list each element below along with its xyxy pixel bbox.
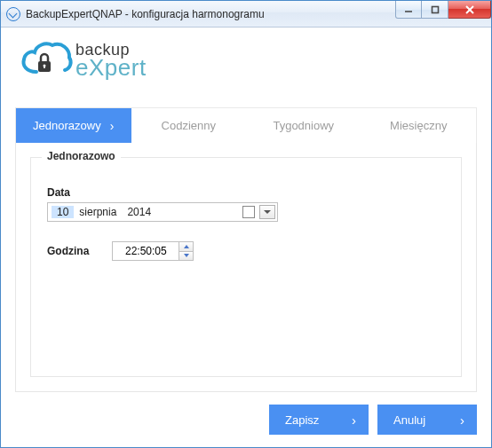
date-day[interactable]: 10 — [52, 206, 74, 218]
logo-line2: eXpert — [75, 56, 147, 79]
date-year[interactable]: 2014 — [122, 206, 156, 218]
chevron-right-icon: › — [460, 413, 464, 428]
minimize-icon — [404, 5, 413, 14]
app-icon — [6, 7, 20, 21]
time-picker[interactable]: 22:50:05 — [112, 241, 194, 261]
time-spinner — [179, 242, 193, 260]
date-month[interactable]: sierpnia — [74, 206, 122, 218]
app-window: BackupExpertQNAP - konfiguracja harmonog… — [0, 0, 492, 448]
tab-monthly[interactable]: Miesięczny — [361, 108, 477, 143]
footer-buttons: Zapisz › Anuluj › — [15, 392, 477, 435]
window-controls — [395, 1, 491, 19]
content-area: backup eXpert Jednorazowy › Codzienny Ty… — [1, 28, 491, 447]
logo-text: backup eXpert — [75, 42, 147, 79]
maximize-button[interactable] — [422, 1, 448, 19]
tab-panel: Jednorazowo Data 10 sierpnia 2014 Godzin… — [15, 143, 477, 392]
minimize-button[interactable] — [395, 1, 422, 19]
save-button[interactable]: Zapisz › — [269, 405, 369, 435]
tab-weekly[interactable]: Tygodniowy — [246, 108, 361, 143]
calendar-dropdown-icon[interactable] — [259, 205, 275, 219]
cloud-lock-icon — [19, 40, 74, 79]
chevron-right-icon: › — [352, 413, 356, 428]
tab-one-time[interactable]: Jednorazowy › — [16, 108, 131, 143]
save-button-label: Zapisz — [285, 413, 319, 427]
tab-daily[interactable]: Codzienny — [131, 108, 247, 143]
chevron-right-icon: › — [110, 119, 115, 133]
close-icon — [464, 4, 475, 15]
group-title: Jednorazowo — [42, 150, 121, 162]
close-button[interactable] — [448, 1, 491, 19]
maximize-icon — [431, 5, 440, 14]
one-time-group: Jednorazowo Data 10 sierpnia 2014 Godzin… — [30, 157, 462, 377]
svg-rect-6 — [44, 66, 45, 68]
titlebar[interactable]: BackupExpertQNAP - konfiguracja harmonog… — [1, 1, 491, 28]
time-value[interactable]: 22:50:05 — [113, 245, 179, 257]
tab-one-time-label: Jednorazowy — [33, 119, 101, 132]
spinner-up-button[interactable] — [179, 242, 193, 251]
window-title: BackupExpertQNAP - konfiguracja harmonog… — [26, 8, 265, 20]
time-label: Godzina — [47, 245, 89, 257]
tab-weekly-label: Tygodniowy — [273, 119, 334, 132]
date-picker[interactable]: 10 sierpnia 2014 — [47, 202, 278, 222]
tab-daily-label: Codzienny — [162, 119, 216, 132]
date-label: Data — [47, 186, 445, 199]
spinner-down-button[interactable] — [179, 251, 193, 261]
cancel-button-label: Anuluj — [393, 413, 425, 427]
logo: backup eXpert — [15, 35, 477, 90]
svg-rect-1 — [432, 6, 438, 12]
schedule-tabs: Jednorazowy › Codzienny Tygodniowy Miesi… — [15, 107, 477, 143]
tab-monthly-label: Miesięczny — [390, 119, 447, 132]
cancel-button[interactable]: Anuluj › — [377, 405, 477, 435]
time-row: Godzina 22:50:05 — [47, 241, 445, 261]
